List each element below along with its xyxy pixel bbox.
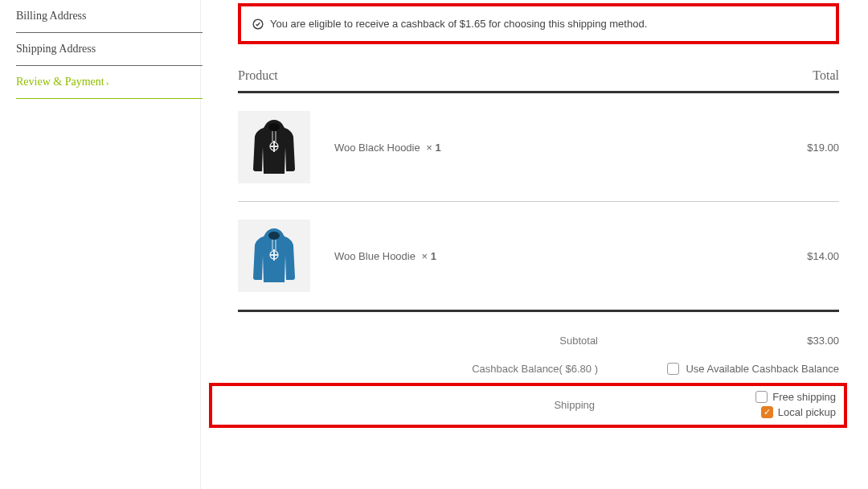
order-totals: Subtotal $33.00 Cashback Balance( $6.80 … [238, 327, 839, 383]
qty-number: 1 [436, 142, 441, 154]
shipping-section: Shipping Free shippingLocal pickup [209, 383, 847, 428]
col-total: Total [813, 68, 839, 83]
use-cashback-label: Use Available Cashback Balance [686, 363, 839, 375]
svg-point-5 [268, 232, 280, 240]
subtotal-value: $33.00 [630, 335, 839, 347]
product-thumbnail [238, 111, 310, 183]
qty-times: × [422, 250, 428, 262]
product-thumbnail [238, 220, 310, 292]
step-shipping-address[interactable]: Shipping Address [16, 33, 203, 66]
shipping-option-checkbox[interactable] [761, 406, 773, 418]
checkout-steps: Billing AddressShipping AddressReview & … [0, 0, 201, 489]
product-price: $19.00 [807, 142, 839, 154]
qty-times: × [426, 142, 432, 154]
shipping-option-label: Free shipping [772, 391, 836, 403]
step-review-payment[interactable]: Review & Payment› [16, 66, 203, 99]
qty-number: 1 [431, 250, 436, 262]
subtotal-label: Subtotal [238, 335, 630, 347]
main-content: You are eligible to receive a cashback o… [201, 0, 868, 489]
use-cashback-checkbox[interactable] [667, 363, 679, 375]
cashback-notice: You are eligible to receive a cashback o… [238, 3, 839, 44]
step-billing-address[interactable]: Billing Address [16, 0, 203, 33]
product-name: Woo Black Hoodie × 1 [334, 142, 441, 154]
shipping-option: Local pickup [627, 406, 836, 418]
notice-text: You are eligible to receive a cashback o… [270, 18, 647, 30]
product-row: Woo Blue Hoodie × 1$14.00 [238, 202, 839, 312]
cashback-balance-label: Cashback Balance( $6.80 ) [238, 363, 630, 375]
svg-point-1 [268, 123, 280, 131]
product-name: Woo Blue Hoodie × 1 [334, 250, 436, 262]
product-price: $14.00 [807, 250, 839, 262]
shipping-option: Free shipping [627, 391, 836, 403]
order-table: Product Total Woo Black Hoodie × 1$19.00… [238, 60, 839, 312]
col-product: Product [238, 68, 278, 83]
shipping-label: Shipping [220, 399, 627, 411]
shipping-option-label: Local pickup [778, 406, 836, 418]
check-circle-icon [252, 18, 264, 30]
product-row: Woo Black Hoodie × 1$19.00 [238, 93, 839, 202]
chevron-right-icon: › [106, 77, 109, 87]
shipping-option-checkbox[interactable] [755, 391, 768, 403]
